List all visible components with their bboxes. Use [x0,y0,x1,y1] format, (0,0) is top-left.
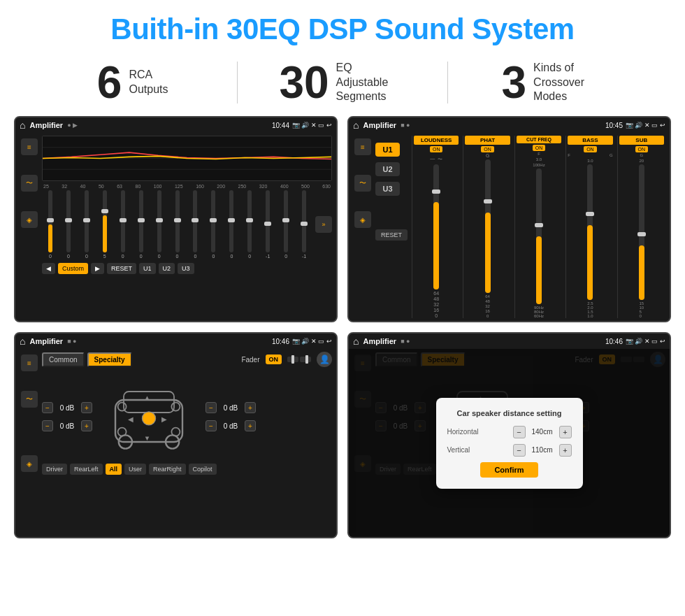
fader-wave-icon[interactable]: 〜 [21,391,38,408]
home-icon-4[interactable]: ⌂ [353,336,359,347]
screen-fader: ⌂ Amplifier ■ ● 10:46 📷 🔊 ✕ ▭ ↩ ≡ 〜 ◈ Co… [14,332,338,538]
ch-bass-on[interactable]: ON [584,146,597,152]
ch-loudness-header: LOUDNESS [414,136,459,145]
screen-eq: ⌂ Amplifier ● ▶ 10:44 📷 🔊 ✕ ▭ ↩ ≡ 〜 ◈ [14,116,338,322]
fader-user-btn[interactable]: User [124,464,146,475]
vol-plus-rr[interactable]: + [245,420,256,431]
eq-preset-btn[interactable]: Custom [58,263,88,274]
stats-row: 6 RCAOutputs 30 EQ AdjustableSegments 3 … [0,53,685,116]
fader-rearright-btn[interactable]: RearRight [149,464,186,475]
vol-minus-rr[interactable]: − [206,420,217,431]
eq-u1-btn[interactable]: U1 [139,263,156,274]
crossover-reset-btn[interactable]: RESET [375,229,408,241]
crossover-wave-icon[interactable]: 〜 [354,175,371,192]
eq-slider-5[interactable]: 0 [133,190,150,259]
dialog-horizontal-minus[interactable]: − [513,426,526,438]
eq-slider-0[interactable]: 0 [42,190,59,259]
channel-sub: SUB ON G 20 151050 [617,136,665,318]
vol-minus-fr[interactable]: − [206,402,217,413]
eq-u2-btn[interactable]: U2 [159,263,175,274]
dialog-overlay: Car speaker distance setting Horizontal … [349,349,670,537]
eq-slider-8[interactable]: 0 [187,190,204,259]
stat-crossover: 3 Kinds ofCrossover Modes [448,60,657,105]
fader-copilot-btn[interactable]: Copilot [189,464,217,475]
fader-filter-icon[interactable]: ≡ [21,354,38,371]
eq-prev-btn[interactable]: ◀ [42,263,55,274]
fader-right-volumes: − 0 dB + − 0 dB + [206,400,256,434]
u2-btn[interactable]: U2 [375,162,400,176]
dialog-horizontal-plus[interactable]: + [559,426,572,438]
ch-cutfreq-slider[interactable]: F 3.0 100Hz 90Hz80Hz60Hz [517,152,561,318]
dialog-confirm-btn[interactable]: Confirm [480,462,538,478]
ch-loudness-on[interactable]: ON [430,146,443,152]
fader-driver-btn[interactable]: Driver [42,464,67,475]
eq-expand-icon[interactable]: » [315,216,332,233]
time-3: 10:46 [272,338,289,345]
ch-phat-on[interactable]: ON [481,146,494,152]
dialog-vertical-minus[interactable]: − [513,444,526,457]
svg-point-9 [118,403,127,411]
eq-slider-14[interactable]: -1 [296,190,312,259]
u1-btn[interactable]: U1 [375,143,400,157]
eq-slider-3[interactable]: 5 [96,190,113,259]
eq-play-btn[interactable]: ▶ [91,263,104,274]
eq-slider-11[interactable]: 0 [241,190,258,259]
fader-specialty-tab[interactable]: Specialty [87,352,132,367]
vol-plus-fl[interactable]: + [81,402,92,413]
eq-reset-btn[interactable]: RESET [107,263,136,274]
eq-slider-13[interactable]: 0 [277,190,294,259]
ch-bass-header: BASS [568,136,612,145]
fader-all-btn[interactable]: All [106,464,122,475]
eq-slider-1[interactable]: 0 [60,190,77,259]
vol-minus-fl[interactable]: − [42,402,53,413]
eq-left-icons: ≡ 〜 ◈ [20,136,39,318]
home-icon-3[interactable]: ⌂ [20,336,25,347]
vol-control-fr: − 0 dB + [206,402,256,413]
eq-slider-10[interactable]: 0 [223,190,240,259]
vol-value-fr: 0 dB [219,404,242,412]
fader-on-badge[interactable]: ON [266,354,282,364]
ch-sub-slider[interactable]: G 20 151050 [619,153,664,318]
dialog-vertical-plus[interactable]: + [559,444,572,457]
eq-slider-12[interactable]: -1 [259,190,276,259]
vol-plus-rl[interactable]: + [81,420,92,431]
home-icon-2[interactable]: ⌂ [353,120,359,131]
status-bar-1: ⌂ Amplifier ● ▶ 10:44 📷 🔊 ✕ ▭ ↩ [15,117,336,133]
vol-value-rr: 0 dB [219,422,242,430]
eq-icon-speaker[interactable]: ◈ [21,211,38,228]
u3-btn[interactable]: U3 [375,182,400,196]
ch-phat-slider[interactable]: G 644832160 [465,153,510,318]
vol-control-rl: − 0 dB + [42,420,92,431]
fader-speaker-icon[interactable]: ◈ [21,455,38,472]
eq-u3-btn[interactable]: U3 [178,263,194,274]
svg-point-8 [142,412,155,425]
ch-sub-on[interactable]: ON [635,146,649,152]
eq-slider-2[interactable]: 0 [78,190,95,259]
dialog-vertical-stepper: − 110cm + [513,444,572,457]
ch-loudness-slider[interactable]: —〜 644832160 [414,153,459,318]
fader-rearleft-btn[interactable]: RearLeft [70,464,103,475]
eq-icon-wave[interactable]: 〜 [21,175,38,192]
eq-controls: ◀ Custom ▶ RESET U1 U2 U3 [42,263,332,274]
eq-slider-4[interactable]: 0 [115,190,131,259]
eq-main: 253240506380100125160200250320400500630 … [42,136,332,318]
eq-slider-7[interactable]: 0 [169,190,186,259]
profile-icon-3[interactable]: 👤 [317,352,332,367]
time-1: 10:44 [272,122,289,129]
vol-minus-rl[interactable]: − [42,420,53,431]
svg-point-11 [118,428,127,436]
channel-loudness: LOUDNESS ON —〜 644832160 [412,136,460,318]
ch-bass-slider[interactable]: FG 3.0 2.52.01.51.0 [568,153,612,318]
dialog-horizontal-value: 140cm [528,428,556,436]
eq-slider-6[interactable]: 0 [151,190,168,259]
vol-plus-fr[interactable]: + [245,402,256,413]
ch-cutfreq-on[interactable]: ON [533,145,546,151]
crossover-speaker-icon[interactable]: ◈ [354,211,371,228]
fader-common-tab[interactable]: Common [42,352,85,367]
eq-icon-filter[interactable]: ≡ [21,138,38,155]
eq-slider-9[interactable]: 0 [205,190,222,259]
home-icon-1[interactable]: ⌂ [20,120,25,131]
time-4: 10:46 [605,338,623,345]
crossover-filter-icon[interactable]: ≡ [354,138,371,155]
vol-value-rl: 0 dB [56,422,78,430]
